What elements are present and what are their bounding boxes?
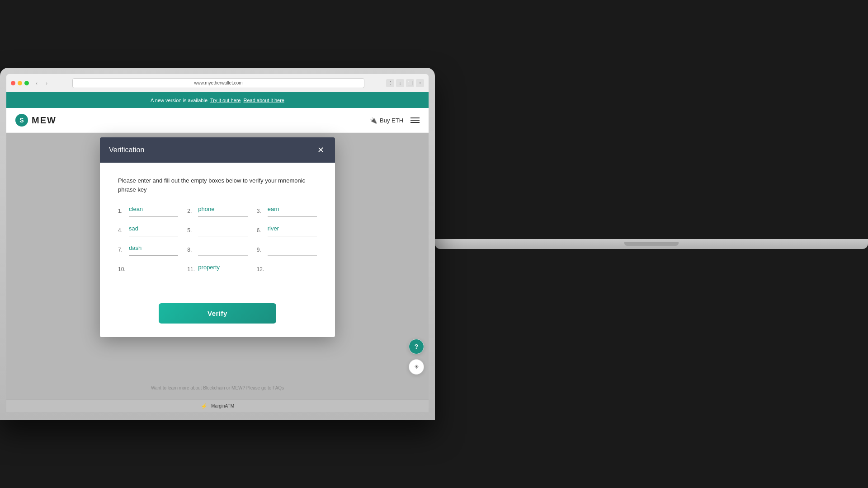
browser-actions: ⋮ ↓ ⬜ + [386, 79, 424, 87]
banner-text: A new version is available [151, 98, 208, 103]
word-number-11: 11. [187, 266, 195, 275]
back-button[interactable]: ‹ [33, 79, 41, 87]
banner-link-tryout[interactable]: Try it out here [210, 98, 241, 103]
word-number-7: 7. [118, 247, 126, 256]
word-input-wrapper-7: dash [129, 244, 178, 256]
buy-eth-label: Buy ETH [380, 117, 403, 124]
modal-description: Please enter and fill out the empty boxe… [118, 176, 317, 194]
modal-close-button[interactable]: ✕ [315, 145, 326, 155]
new-tab-button[interactable]: + [416, 79, 424, 87]
modal-title: Verification [109, 146, 144, 154]
word-field-9: 9. [257, 244, 317, 258]
word-input-wrapper-11: property [198, 263, 247, 275]
word-number-2: 2. [187, 208, 195, 217]
help-icon: ? [415, 343, 419, 350]
verification-modal: Verification ✕ Please enter and fill out… [100, 137, 335, 337]
word-value-6: river [268, 224, 317, 234]
word-number-5: 5. [187, 227, 195, 236]
download-button[interactable]: ↓ [396, 79, 404, 87]
modal-body: Please enter and fill out the empty boxe… [100, 163, 335, 303]
word-input-wrapper-9 [268, 244, 317, 256]
word-field-5: 5. [187, 224, 247, 238]
word-field-10: 10. [118, 263, 178, 277]
word-value-4: sad [129, 224, 178, 234]
word-input-8[interactable] [198, 244, 247, 253]
word-value-7: dash [129, 244, 178, 253]
word-number-12: 12. [257, 266, 265, 275]
logo-area: S MEW [15, 114, 370, 127]
hamburger-line-1 [410, 117, 420, 118]
website: A new version is available Try it out he… [6, 92, 429, 399]
url-bar[interactable]: www.myetherwallet.com [72, 78, 364, 88]
taskbar-logo: ⚡ [201, 403, 208, 409]
support-float-button[interactable]: ☀ [409, 359, 424, 375]
site-footer: Want to learn more about Blockchain or M… [6, 385, 429, 390]
word-value-11: property [198, 263, 247, 273]
word-input-wrapper-2: phone [198, 205, 247, 217]
words-grid: 1. clean 2. phone [118, 205, 317, 277]
word-input-wrapper-10 [129, 263, 178, 275]
taskbar-label: MarginATM [211, 404, 234, 408]
word-input-wrapper-1: clean [129, 205, 178, 217]
modal-footer: Verify [100, 303, 335, 337]
word-number-9: 9. [257, 247, 265, 256]
word-number-6: 6. [257, 227, 265, 236]
support-icon: ☀ [414, 364, 419, 370]
site-header: S MEW 🔌 Buy ETH [6, 108, 429, 133]
browser-tabs: www.myetherwallet.com [54, 74, 382, 92]
hamburger-line-2 [410, 120, 420, 121]
traffic-lights [11, 81, 29, 85]
word-field-6: 6. river [257, 224, 317, 238]
forward-button[interactable]: › [42, 79, 51, 87]
browser-navigation: ‹ › [33, 79, 51, 87]
banner-link-readmore[interactable]: Read about it here [243, 98, 284, 103]
minimize-window-button[interactable] [18, 81, 22, 85]
word-input-5[interactable] [198, 224, 247, 234]
word-number-3: 3. [257, 208, 265, 217]
word-value-1: clean [129, 205, 178, 215]
word-value-3: earn [268, 205, 317, 215]
word-field-4: 4. sad [118, 224, 178, 238]
logo-symbol: S [19, 117, 24, 124]
word-input-9[interactable] [268, 244, 317, 253]
verify-button[interactable]: Verify [159, 303, 276, 324]
footer-text: Want to learn more about Blockchain or M… [151, 385, 284, 390]
word-field-2: 2. phone [187, 205, 247, 219]
word-input-wrapper-12 [268, 263, 317, 275]
word-field-1: 1. clean [118, 205, 178, 219]
logo-text: MEW [32, 115, 57, 126]
word-number-8: 8. [187, 247, 195, 256]
word-input-wrapper-8 [198, 244, 247, 256]
browser-chrome: ‹ › www.myetherwallet.com ⋮ ↓ ⬜ + [6, 74, 429, 92]
word-input-10[interactable] [129, 263, 178, 273]
word-input-wrapper-4: sad [129, 224, 178, 236]
word-number-4: 4. [118, 227, 126, 236]
maximize-window-button[interactable] [24, 81, 29, 85]
word-input-12[interactable] [268, 263, 317, 273]
screenshot-button[interactable]: ⬜ [406, 79, 414, 87]
close-window-button[interactable] [11, 81, 15, 85]
hamburger-menu-button[interactable] [410, 117, 420, 123]
help-float-button[interactable]: ? [409, 339, 424, 354]
laptop-notch [624, 242, 679, 246]
notification-banner: A new version is available Try it out he… [6, 92, 429, 108]
hamburger-line-3 [410, 122, 420, 123]
laptop-bottom [435, 239, 868, 249]
header-right: 🔌 Buy ETH [370, 117, 420, 124]
modal-overlay: Verification ✕ Please enter and fill out… [6, 133, 429, 399]
word-input-wrapper-6: river [268, 224, 317, 236]
word-field-3: 3. earn [257, 205, 317, 219]
word-field-12: 12. [257, 263, 317, 277]
buy-eth-icon: 🔌 [370, 117, 377, 124]
word-value-2: phone [198, 205, 247, 215]
word-input-wrapper-5 [198, 224, 247, 236]
logo-icon: S [15, 114, 28, 127]
extensions-button[interactable]: ⋮ [386, 79, 394, 87]
buy-eth-button[interactable]: 🔌 Buy ETH [370, 117, 403, 124]
taskbar: ⚡ MarginATM [6, 399, 429, 412]
word-field-7: 7. dash [118, 244, 178, 258]
url-text: www.myetherwallet.com [194, 80, 242, 85]
main-content: Verification ✕ Please enter and fill out… [6, 133, 429, 399]
word-field-11: 11. property [187, 263, 247, 277]
word-number-10: 10. [118, 266, 126, 275]
